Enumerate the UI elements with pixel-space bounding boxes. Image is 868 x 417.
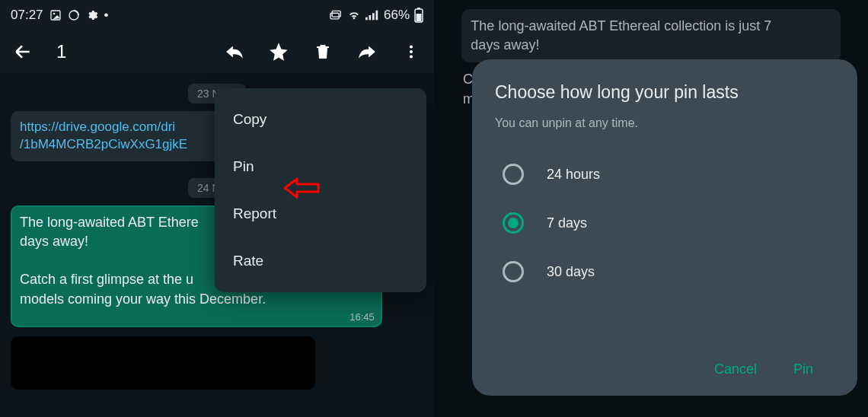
menu-item-copy[interactable]: Copy	[215, 96, 426, 143]
svg-rect-10	[417, 8, 420, 9]
message-time: 16:45	[349, 310, 375, 324]
svg-rect-5	[365, 18, 368, 21]
selection-count: 1	[49, 41, 74, 62]
delete-button[interactable]	[305, 33, 341, 70]
card-icon	[329, 10, 343, 21]
reply-icon	[225, 42, 244, 62]
dialog-title: Choose how long your pin lasts	[495, 82, 834, 103]
radio-icon-checked	[503, 212, 524, 234]
message-text: Catch a first glimpse at the u	[20, 272, 193, 287]
wifi-icon	[347, 9, 361, 21]
message-link-line2: /1bM4MCRB2pCiwXxG1gjkE	[20, 137, 187, 151]
forward-icon	[357, 42, 377, 62]
radio-label: 7 days	[547, 215, 587, 231]
status-dot: •	[104, 8, 109, 23]
svg-point-12	[410, 46, 413, 49]
reply-button[interactable]	[216, 33, 253, 70]
gear-icon	[86, 9, 98, 21]
status-bar: 07:27 • 66%	[0, 0, 434, 30]
svg-rect-8	[375, 11, 378, 21]
message-link-line1: https://drive.google.com/dri	[20, 119, 175, 134]
back-button[interactable]	[5, 33, 41, 70]
svg-rect-6	[369, 15, 371, 20]
phone-left-screenshot: 07:27 • 66% 1	[0, 0, 434, 417]
svg-rect-11	[416, 14, 422, 21]
cancel-button[interactable]: Cancel	[714, 361, 757, 377]
battery-icon	[414, 8, 423, 23]
star-icon	[268, 41, 289, 62]
radio-label: 30 days	[547, 264, 595, 280]
phone-right-screenshot: The long-awaited ABT Ethereal collection…	[434, 0, 868, 417]
annotation-arrow-icon	[280, 175, 321, 201]
dialog-subtitle: You can unpin at any time.	[495, 116, 834, 130]
radio-option-30d[interactable]: 30 days	[495, 247, 834, 296]
dialog-actions: Cancel Pin	[495, 352, 834, 384]
star-button[interactable]	[260, 33, 297, 70]
trash-icon	[314, 43, 332, 61]
radio-option-7d[interactable]: 7 days	[495, 199, 834, 247]
radio-label: 24 hours	[547, 167, 600, 183]
image-icon	[49, 9, 62, 21]
svg-point-13	[410, 50, 413, 53]
svg-point-1	[53, 13, 55, 15]
svg-rect-7	[372, 13, 375, 20]
more-vertical-icon	[403, 43, 420, 60]
selection-action-bar: 1	[0, 30, 434, 73]
radio-icon	[503, 164, 524, 185]
arrow-left-icon	[13, 42, 33, 62]
status-time: 07:27	[11, 8, 43, 23]
radio-option-24h[interactable]: 24 hours	[495, 150, 834, 199]
forward-button[interactable]	[349, 33, 385, 70]
signal-icon	[365, 10, 379, 21]
image-message-placeholder[interactable]	[11, 336, 315, 390]
menu-item-rate[interactable]: Rate	[215, 237, 426, 285]
message-text: days away!	[20, 234, 88, 249]
radio-icon	[503, 261, 524, 282]
pin-button[interactable]: Pin	[793, 361, 813, 377]
circle-icon	[68, 9, 80, 21]
battery-text: 66%	[384, 8, 410, 23]
more-button[interactable]	[393, 33, 429, 70]
message-text: The long-awaited ABT Ethere	[20, 215, 199, 230]
svg-point-14	[410, 55, 413, 58]
pin-duration-dialog: Choose how long your pin lasts You can u…	[472, 59, 857, 396]
message-text: models coming your way this December.	[20, 291, 266, 307]
